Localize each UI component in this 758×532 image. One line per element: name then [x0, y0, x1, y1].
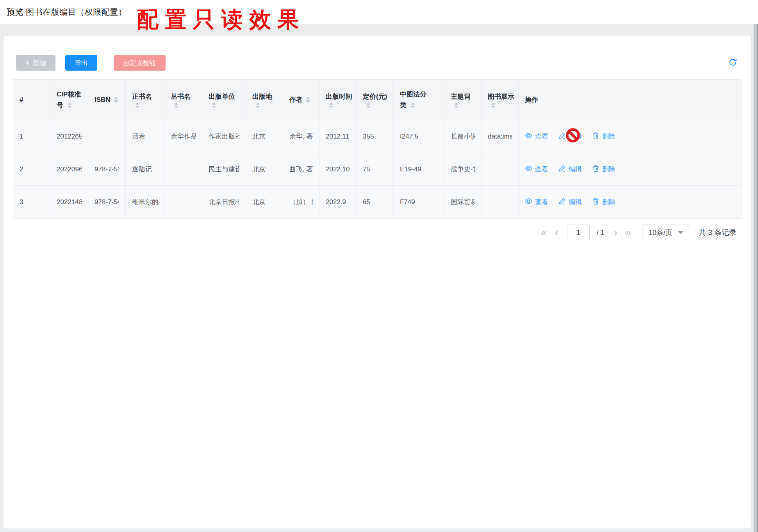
- view-icon: [525, 132, 532, 141]
- page-size-value: 10条/页: [649, 228, 672, 237]
- column-header-cip[interactable]: CIP核准号: [50, 80, 88, 120]
- column-header-pub_date[interactable]: 出版时间: [319, 80, 357, 120]
- cell-subject: 国际贸易-商业: [444, 186, 482, 219]
- row-action-delete-label: 删除: [602, 132, 615, 141]
- sort-caret-icon: [329, 102, 333, 108]
- sort-caret-icon: [114, 97, 118, 103]
- row-action-view-button[interactable]: 查看: [525, 132, 548, 141]
- cell-value-isbn: 978-7-5139: [95, 165, 119, 173]
- cell-num: 3: [13, 186, 50, 219]
- custom-button[interactable]: 自定义按钮: [114, 55, 166, 71]
- pagination-first-button[interactable]: «: [537, 228, 551, 238]
- cell-value-book_title: 逐陆记: [132, 165, 158, 174]
- cell-isbn: [88, 120, 126, 153]
- cell-value-price: 355: [363, 133, 387, 141]
- records-total-label: 共 3 条记录: [699, 228, 737, 238]
- cell-clc: E19-49: [394, 153, 444, 186]
- cell-actions: 查看编辑删除: [519, 186, 742, 219]
- sort-caret-icon: [491, 102, 495, 108]
- column-header-place[interactable]: 出版地: [246, 80, 283, 120]
- cell-series: [164, 153, 202, 186]
- add-button[interactable]: + 新增: [16, 55, 55, 71]
- refresh-button[interactable]: [727, 56, 739, 69]
- chevron-down-icon: [678, 231, 683, 234]
- cell-value-subject: 国际贸易-商业: [451, 197, 475, 206]
- row-action-edit-button[interactable]: 编辑: [558, 197, 582, 207]
- delete-icon: [592, 197, 599, 207]
- page-size-select[interactable]: 10条/页: [642, 224, 690, 241]
- cell-value-author: （加）卜正民: [289, 197, 313, 206]
- cell-value-num: 3: [20, 198, 44, 206]
- cell-actions: 查看编辑删除: [519, 120, 742, 153]
- cell-value-publisher: 作家出版社: [209, 132, 239, 141]
- sort-caret-icon: [68, 102, 71, 108]
- table-body: 1201226502活着余华作品作家出版社北京余华, 著2012.11355I2…: [13, 120, 742, 219]
- cell-value-subject: 长篇小说-中国: [451, 132, 475, 141]
- cell-value-clc: E19-49: [400, 165, 438, 173]
- top-title-bar: 预览 图书在版编目（权限配置） 配置只读效果: [0, 0, 758, 24]
- cell-value-pub_date: 2012.11: [326, 133, 350, 141]
- delete-icon: [592, 132, 599, 141]
- pagination-prev-button[interactable]: ‹: [551, 228, 562, 238]
- row-action-view-button[interactable]: 查看: [525, 165, 548, 174]
- view-icon: [525, 165, 532, 174]
- cell-value-place: 北京: [252, 132, 276, 141]
- column-header-subject[interactable]: 主题词: [444, 80, 482, 120]
- column-header-series[interactable]: 丛书名: [164, 80, 202, 120]
- custom-button-label: 自定义按钮: [123, 59, 156, 68]
- row-action-delete-button[interactable]: 删除: [592, 132, 615, 141]
- cell-place: 北京: [246, 120, 283, 153]
- scrollbar[interactable]: [753, 24, 758, 532]
- column-header-author[interactable]: 作者: [283, 80, 319, 120]
- page-count-label: / 1: [597, 229, 605, 237]
- cell-subject: 长篇小说-中国: [444, 120, 482, 153]
- header-row: #CIP核准号ISBN正书名丛书名出版单位出版地作者出版时间定价(元)中图法分类…: [13, 80, 742, 120]
- table-row: 1201226502活着余华作品作家出版社北京余华, 著2012.11355I2…: [13, 120, 742, 153]
- cell-value-cip: 201226502: [57, 133, 82, 141]
- cell-isbn: 978-7-5139: [88, 153, 126, 186]
- pagination-last-button[interactable]: »: [621, 228, 635, 238]
- cell-value-price: 75: [363, 165, 387, 173]
- table-row: 3202214898978-7-5477维米尔的帽子北京日报出版社北京（加）卜正…: [13, 186, 742, 219]
- column-header-display[interactable]: 图书展示: [482, 80, 519, 120]
- column-header-isbn[interactable]: ISBN: [88, 80, 126, 120]
- pagination-next-button[interactable]: ›: [610, 228, 621, 238]
- cell-num: 2: [13, 153, 50, 186]
- cell-value-book_title: 维米尔的帽子: [132, 197, 158, 206]
- table-row: 2202209623978-7-5139逐陆记民主与建设出版社北京曲飞, 著20…: [13, 153, 742, 186]
- cell-value-num: 2: [20, 165, 44, 173]
- column-header-clc[interactable]: 中图法分类: [394, 80, 444, 120]
- cell-place: 北京: [246, 186, 283, 219]
- cell-book_title: 维米尔的帽子: [126, 186, 164, 219]
- cell-value-price: 65: [363, 198, 387, 206]
- page-number-input[interactable]: 1: [567, 224, 590, 241]
- cell-publisher: 民主与建设出版社: [202, 153, 246, 186]
- export-button[interactable]: 导出: [65, 55, 97, 71]
- cell-value-author: 曲飞, 著: [289, 165, 313, 174]
- cell-book_title: 活着: [126, 120, 164, 153]
- cell-price: 65: [357, 186, 394, 219]
- cell-value-author: 余华, 著: [289, 132, 313, 141]
- page-bottom-gap: [0, 529, 753, 532]
- cell-author: （加）卜正民: [283, 186, 319, 219]
- row-action-edit-button[interactable]: 编辑: [558, 132, 582, 141]
- row-action-edit-button[interactable]: 编辑: [558, 165, 582, 174]
- row-action-delete-button[interactable]: 删除: [592, 197, 615, 207]
- cell-value-series: 余华作品: [171, 132, 196, 141]
- sort-caret-icon: [136, 102, 139, 108]
- sort-caret-icon: [306, 97, 310, 103]
- row-action-delete-button[interactable]: 删除: [592, 165, 615, 174]
- cell-pub_date: 2022.10: [319, 153, 357, 186]
- column-header-price[interactable]: 定价(元): [357, 80, 394, 120]
- sort-caret-icon: [454, 102, 458, 108]
- edit-icon: [558, 165, 566, 174]
- edit-icon: [558, 197, 566, 207]
- cell-num: 1: [13, 120, 50, 153]
- column-header-publisher[interactable]: 出版单位: [202, 80, 246, 120]
- cell-clc: I247.5: [394, 120, 444, 153]
- refresh-icon: [728, 58, 737, 68]
- column-header-book_title[interactable]: 正书名: [126, 80, 164, 120]
- row-action-view-label: 查看: [535, 197, 548, 206]
- cell-cip: 201226502: [50, 120, 88, 153]
- row-action-view-button[interactable]: 查看: [525, 197, 548, 207]
